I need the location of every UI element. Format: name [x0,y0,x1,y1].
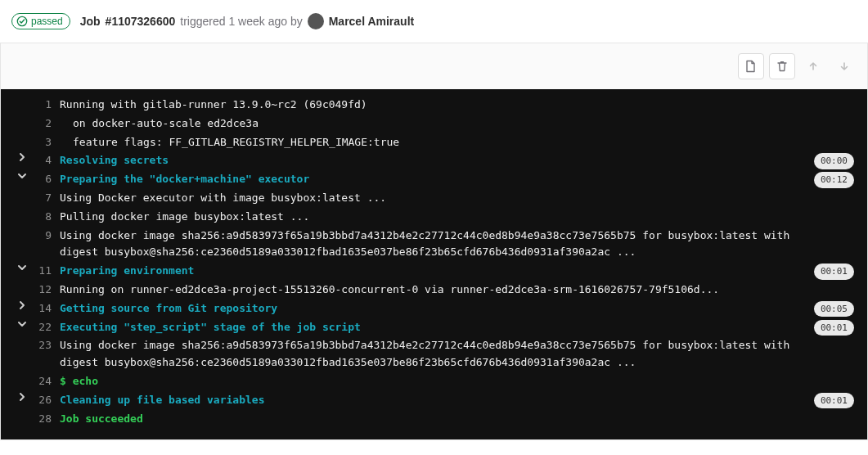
show-raw-button[interactable] [738,53,764,79]
log-section-header[interactable]: 22Executing "step_script" stage of the j… [7,318,854,337]
log-line: 1Running with gitlab-runner 13.9.0~rc2 (… [7,96,854,115]
section-duration: 00:05 [814,301,854,318]
arrow-down-icon [838,60,851,73]
line-number: 22 [37,319,60,336]
section-duration: 00:01 [814,320,854,336]
log-content: Resolving secrets [60,152,854,169]
line-number: 7 [37,190,60,207]
log-line: 12Running on runner-ed2dce3a-project-155… [7,281,854,300]
line-number: 24 [37,373,60,390]
log-body: 1Running with gitlab-runner 13.9.0~rc2 (… [1,89,867,439]
job-label-prefix: Job [80,15,101,28]
line-number: 1 [37,97,60,114]
line-number: 4 [37,152,60,169]
line-number: 14 [37,300,60,318]
job-header: passed Job #1107326600 triggered 1 week … [0,0,868,43]
line-number: 3 [37,134,60,151]
section-duration: 00:01 [814,393,854,409]
log-wrapper: 1Running with gitlab-runner 13.9.0~rc2 (… [0,43,868,440]
section-duration: 00:12 [814,172,854,188]
chevron-down-icon [17,171,27,181]
log-line: 8Pulling docker image busybox:latest ... [7,208,854,227]
log-content: on docker-auto-scale ed2dce3a [60,115,854,133]
log-gutter[interactable] [7,300,37,310]
log-content: Job succeeded [60,411,854,428]
author-name[interactable]: Marcel Amirault [329,15,415,28]
log-gutter[interactable] [7,152,37,162]
log-line: 23Using docker image sha256:a9d583973f65… [7,336,854,372]
line-number: 23 [37,337,60,354]
log-toolbar [1,43,867,89]
erase-job-button[interactable] [769,53,795,79]
log-content: Pulling docker image busybox:latest ... [60,209,854,226]
job-header-text: Job #1107326600 triggered 1 week ago by … [80,13,415,29]
line-number: 9 [37,228,60,245]
section-duration: 00:00 [814,153,854,169]
avatar[interactable] [308,13,324,29]
log-content: Using Docker executor with image busybox… [60,190,854,207]
trash-icon [776,60,789,73]
log-content: Using docker image sha256:a9d583973f65a1… [60,228,854,262]
line-number: 12 [37,282,60,299]
line-number: 2 [37,115,60,133]
status-badge: passed [11,13,70,29]
line-number: 11 [37,263,60,280]
log-section-header[interactable]: 11Preparing environment00:01 [7,262,854,281]
log-content: Using docker image sha256:a9d583973f65a1… [60,337,854,372]
chevron-right-icon [17,152,27,162]
log-content: Preparing environment [60,263,854,280]
log-content: Running with gitlab-runner 13.9.0~rc2 (6… [60,97,854,114]
chevron-right-icon [17,300,27,310]
check-circle-icon [16,16,28,27]
log-content: $ echo [60,373,854,390]
log-section-header[interactable]: 26Cleaning up file based variables00:01 [7,391,854,410]
log-line: 3feature flags: FF_GITLAB_REGISTRY_HELPE… [7,133,854,152]
log-line: 2on docker-auto-scale ed2dce3a [7,115,854,133]
log-content: Running on runner-ed2dce3a-project-15513… [60,282,854,299]
log-gutter[interactable] [7,319,37,329]
log-line: 24$ echo [7,372,854,391]
log-line: 9Using docker image sha256:a9d583973f65a… [7,227,854,263]
log-content: Getting source from Git repository [60,300,854,318]
chevron-down-icon [17,319,27,329]
log-content: Cleaning up file based variables [60,392,854,409]
status-label: passed [31,16,63,27]
line-number: 6 [37,171,60,188]
arrow-up-icon [807,60,820,73]
section-duration: 00:01 [814,264,854,280]
triggered-text: triggered 1 week ago by [180,15,302,28]
line-number: 28 [37,411,60,428]
job-id: #1107326600 [106,15,176,28]
log-content: Preparing the "docker+machine" executor [60,171,854,188]
log-line: 7Using Docker executor with image busybo… [7,189,854,208]
log-section-header[interactable]: 6Preparing the "docker+machine" executor… [7,170,854,189]
log-content: feature flags: FF_GITLAB_REGISTRY_HELPER… [60,134,854,151]
line-number: 8 [37,209,60,226]
chevron-right-icon [17,392,27,402]
log-section-header[interactable]: 4Resolving secrets00:00 [7,151,854,170]
log-content: Executing "step_script" stage of the job… [60,319,854,336]
log-section-header[interactable]: 14Getting source from Git repository00:0… [7,300,854,318]
log-gutter[interactable] [7,171,37,181]
scroll-top-button [800,53,826,79]
document-icon [744,60,758,73]
log-line: 28Job succeeded [7,410,854,429]
scroll-bottom-button [831,53,857,79]
chevron-down-icon [17,263,27,273]
log-gutter[interactable] [7,263,37,273]
line-number: 26 [37,392,60,409]
log-gutter[interactable] [7,392,37,402]
